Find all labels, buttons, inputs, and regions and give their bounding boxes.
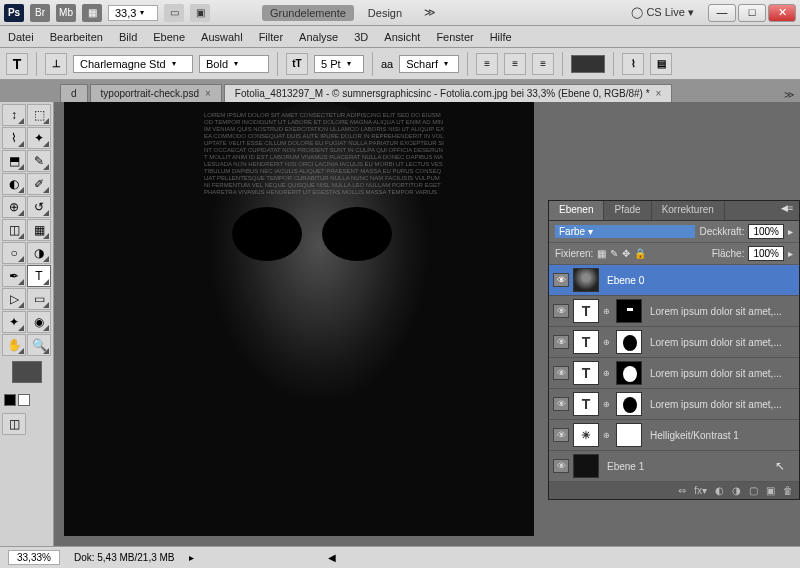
visibility-icon[interactable]: 👁 <box>553 459 569 473</box>
close-button[interactable]: ✕ <box>768 4 796 22</box>
tab-scroll[interactable]: ≫ <box>778 87 800 102</box>
font-weight-select[interactable]: Bold <box>199 55 269 73</box>
cslive-button[interactable]: ◯ CS Live ▾ <box>623 4 702 21</box>
layer-text-4[interactable]: 👁 T ⊕ Lorem ipsum dolor sit amet,... <box>549 389 799 420</box>
layer-thumbnail[interactable]: ☀ <box>573 423 599 447</box>
menu-hilfe[interactable]: Hilfe <box>490 31 512 43</box>
adjustment-icon[interactable]: ◑ <box>732 485 741 496</box>
hand-tool[interactable]: ✋ <box>2 334 26 356</box>
workspace-grundelemente[interactable]: Grundelemente <box>262 5 354 21</box>
menu-ansicht[interactable]: Ansicht <box>384 31 420 43</box>
link-icon[interactable]: ⇔ <box>678 485 686 496</box>
panel-tab-pfade[interactable]: Pfade <box>604 201 651 220</box>
align-center-icon[interactable]: ≡ <box>504 53 526 75</box>
close-icon[interactable]: × <box>205 88 211 99</box>
lock-all-icon[interactable]: 🔒 <box>634 248 646 259</box>
layer-mask[interactable] <box>616 361 642 385</box>
layer-mask[interactable] <box>616 330 642 354</box>
align-right-icon[interactable]: ≡ <box>532 53 554 75</box>
stamp-tool[interactable]: ⊕ <box>2 196 26 218</box>
visibility-icon[interactable]: 👁 <box>553 366 569 380</box>
text-color-swatch[interactable] <box>571 55 605 73</box>
blend-mode-select[interactable]: Farbe ▾ <box>555 225 695 238</box>
panel-menu-icon[interactable]: ◀≡ <box>775 201 799 220</box>
layer-adjustment[interactable]: 👁 ☀ ⊕ Helligkeit/Kontrast 1 <box>549 420 799 451</box>
layer-ebene1[interactable]: 👁 Ebene 1 ↖ <box>549 451 799 482</box>
crop-tool[interactable]: ⬒ <box>2 150 26 172</box>
minimize-button[interactable]: — <box>708 4 736 22</box>
align-left-icon[interactable]: ≡ <box>476 53 498 75</box>
type-tool[interactable]: T <box>27 265 51 287</box>
mask-icon[interactable]: ◐ <box>715 485 724 496</box>
zoom-select[interactable]: 33,3 <box>108 5 158 21</box>
visibility-icon[interactable]: 👁 <box>553 273 569 287</box>
path-tool[interactable]: ▷ <box>2 288 26 310</box>
font-size-select[interactable]: 5 Pt <box>314 55 364 73</box>
3d-tool[interactable]: ✦ <box>2 311 26 333</box>
layout-icon[interactable]: ▦ <box>82 4 102 22</box>
warp-icon[interactable]: ⌇ <box>622 53 644 75</box>
layer-mask[interactable] <box>616 392 642 416</box>
orientation-icon[interactable]: ⊥ <box>45 53 67 75</box>
marquee-tool[interactable]: ⬚ <box>27 104 51 126</box>
menu-filter[interactable]: Filter <box>259 31 283 43</box>
doc-tab-2[interactable]: typoportrait-check.psd× <box>90 84 222 102</box>
panel-tab-ebenen[interactable]: Ebenen <box>549 201 604 220</box>
group-icon[interactable]: ▢ <box>749 485 758 496</box>
doc-tab-3[interactable]: Fotolia_4813297_M - © sumnersgraphicsinc… <box>224 84 673 102</box>
layer-thumbnail[interactable]: T <box>573 361 599 385</box>
layer-thumbnail[interactable]: T <box>573 392 599 416</box>
lock-pixels-icon[interactable]: ▦ <box>597 248 606 259</box>
menu-bearbeiten[interactable]: Bearbeiten <box>50 31 103 43</box>
brush-tool[interactable]: ✐ <box>27 173 51 195</box>
default-colors[interactable] <box>4 394 16 406</box>
layer-text-3[interactable]: 👁 T ⊕ Lorem ipsum dolor sit amet,... <box>549 358 799 389</box>
panel-tab-korrekturen[interactable]: Korrekturen <box>652 201 725 220</box>
delete-icon[interactable]: 🗑 <box>783 485 793 496</box>
opacity-input[interactable]: 100% <box>748 224 784 239</box>
layer-text-2[interactable]: 👁 T ⊕ Lorem ipsum dolor sit amet,... <box>549 327 799 358</box>
new-layer-icon[interactable]: ▣ <box>766 485 775 496</box>
heal-tool[interactable]: ◐ <box>2 173 26 195</box>
blur-tool[interactable]: ○ <box>2 242 26 264</box>
mb-icon[interactable]: Mb <box>56 4 76 22</box>
menu-3d[interactable]: 3D <box>354 31 368 43</box>
layer-thumbnail[interactable]: T <box>573 330 599 354</box>
view-icon[interactable]: ▭ <box>164 4 184 22</box>
type-tool-icon[interactable]: T <box>6 53 28 75</box>
paragraph-panel-icon[interactable]: ▤ <box>650 53 672 75</box>
doc-tab-1[interactable]: d <box>60 84 88 102</box>
zoom-status[interactable]: 33,33% <box>8 550 60 565</box>
menu-auswahl[interactable]: Auswahl <box>201 31 243 43</box>
eyedropper-tool[interactable]: ✎ <box>27 150 51 172</box>
visibility-icon[interactable]: 👁 <box>553 397 569 411</box>
menu-bild[interactable]: Bild <box>119 31 137 43</box>
fx-icon[interactable]: fx▾ <box>694 485 707 496</box>
layer-mask[interactable] <box>616 423 642 447</box>
zoom-tool[interactable]: 🔍 <box>27 334 51 356</box>
antialias-select[interactable]: Scharf <box>399 55 459 73</box>
wand-tool[interactable]: ✦ <box>27 127 51 149</box>
lasso-tool[interactable]: ⌇ <box>2 127 26 149</box>
layer-thumbnail[interactable] <box>573 454 599 478</box>
screen-icon[interactable]: ▣ <box>190 4 210 22</box>
quickmask-tool[interactable]: ◫ <box>2 413 26 435</box>
layer-mask[interactable] <box>616 299 642 323</box>
menu-fenster[interactable]: Fenster <box>436 31 473 43</box>
layer-thumbnail[interactable] <box>573 268 599 292</box>
move-tool[interactable]: ↕ <box>2 104 26 126</box>
layer-text-1[interactable]: 👁 T ⊕ Lorem ipsum dolor sit amet,... <box>549 296 799 327</box>
br-icon[interactable]: Br <box>30 4 50 22</box>
fill-arrow-icon[interactable]: ▸ <box>788 248 793 259</box>
scroll-left-icon[interactable]: ◀ <box>328 552 336 563</box>
foreground-color[interactable] <box>12 361 42 383</box>
visibility-icon[interactable]: 👁 <box>553 304 569 318</box>
fill-input[interactable]: 100% <box>748 246 784 261</box>
status-arrow-icon[interactable]: ▸ <box>189 552 194 563</box>
history-brush-tool[interactable]: ↺ <box>27 196 51 218</box>
gradient-tool[interactable]: ▦ <box>27 219 51 241</box>
eraser-tool[interactable]: ◫ <box>2 219 26 241</box>
font-family-select[interactable]: Charlemagne Std <box>73 55 193 73</box>
layer-ebene0[interactable]: 👁 Ebene 0 <box>549 265 799 296</box>
ps-icon[interactable]: Ps <box>4 4 24 22</box>
